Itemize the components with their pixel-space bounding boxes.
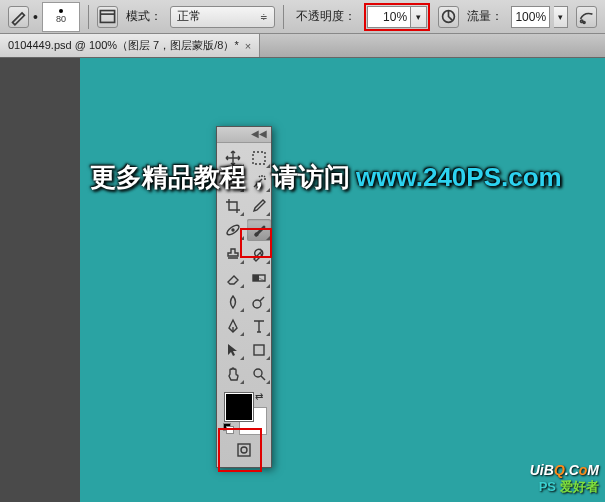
svg-point-6 <box>232 229 234 231</box>
airbrush-toggle[interactable] <box>576 6 597 28</box>
crop-tool[interactable] <box>221 195 245 217</box>
dodge-tool[interactable] <box>247 291 271 313</box>
tools-panel-header[interactable]: ◀◀ <box>217 127 271 143</box>
flow-input[interactable]: 100% <box>511 6 550 28</box>
svg-point-11 <box>254 369 262 377</box>
separator <box>88 5 89 29</box>
history-brush-tool[interactable] <box>247 243 271 265</box>
opacity-label: 不透明度： <box>296 8 356 25</box>
opacity-control-highlight: 10% ▾ <box>364 3 430 31</box>
swap-colors-icon[interactable]: ⇄ <box>255 391 263 402</box>
eyedropper-tool[interactable] <box>247 195 271 217</box>
workspace-area <box>0 58 605 502</box>
tool-preset-picker[interactable] <box>8 6 29 28</box>
flow-value: 100% <box>515 10 546 24</box>
opacity-dropdown-arrow[interactable]: ▾ <box>411 6 427 28</box>
mode-label: 模式： <box>126 8 162 25</box>
collapse-icon[interactable]: ◀◀ <box>251 128 267 139</box>
type-tool[interactable] <box>247 315 271 337</box>
default-colors-icon[interactable] <box>223 423 233 433</box>
close-tab-icon[interactable]: × <box>245 40 251 52</box>
document-tab-title: 0104449.psd @ 100%（图层 7，图层蒙版/8）* <box>8 38 239 53</box>
shape-tool[interactable] <box>247 339 271 361</box>
opacity-input[interactable]: 10% <box>367 6 411 28</box>
pressure-opacity-toggle[interactable] <box>438 6 459 28</box>
corner-watermark: PS爱好者 <box>539 478 599 496</box>
corner-wm-ps: PS <box>539 479 556 494</box>
eraser-tool[interactable] <box>221 267 245 289</box>
svg-rect-10 <box>254 345 264 355</box>
separator <box>283 5 284 29</box>
brush-size-value: 80 <box>56 15 66 24</box>
pen-tool[interactable] <box>221 315 245 337</box>
flow-label: 流量： <box>467 8 503 25</box>
corner-wm-cn: 爱好者 <box>560 479 599 494</box>
svg-rect-8 <box>253 275 259 281</box>
svg-point-3 <box>583 21 585 23</box>
watermark-url: www.240PS.com <box>356 162 562 193</box>
opacity-value: 10% <box>383 10 407 24</box>
canvas[interactable] <box>80 58 605 502</box>
foreground-color-swatch[interactable] <box>225 393 253 421</box>
document-tab[interactable]: 0104449.psd @ 100%（图层 7，图层蒙版/8）* × <box>0 34 260 57</box>
corner-watermark-site: UiBQ.CoM <box>530 462 599 478</box>
dot-icon: • <box>33 9 38 25</box>
blend-mode-value: 正常 <box>177 8 201 25</box>
quick-mask-toggle[interactable] <box>232 439 256 461</box>
healing-brush-tool[interactable] <box>221 219 245 241</box>
svg-rect-0 <box>100 11 114 23</box>
svg-point-9 <box>253 300 261 308</box>
flow-dropdown-arrow[interactable]: ▾ <box>554 6 568 28</box>
svg-point-13 <box>241 447 247 453</box>
watermark-text: 更多精品教程，请访问 www.240PS.com <box>90 160 562 195</box>
clone-stamp-tool[interactable] <box>221 243 245 265</box>
brush-tool[interactable] <box>247 219 271 241</box>
watermark-prefix: 更多精品教程，请访问 <box>90 160 350 195</box>
brush-panel-toggle[interactable] <box>97 6 118 28</box>
chevron-updown-icon: ≑ <box>260 12 268 22</box>
gradient-tool[interactable] <box>247 267 271 289</box>
blur-tool[interactable] <box>221 291 245 313</box>
hand-tool[interactable] <box>221 363 245 385</box>
path-selection-tool[interactable] <box>221 339 245 361</box>
options-bar: • 80 模式： 正常 ≑ 不透明度： 10% ▾ 流量： 100% ▾ <box>0 0 605 34</box>
zoom-tool[interactable] <box>247 363 271 385</box>
color-swatches: ⇄ <box>217 389 271 437</box>
svg-rect-12 <box>238 444 250 456</box>
blend-mode-dropdown[interactable]: 正常 ≑ <box>170 6 275 28</box>
document-tab-bar: 0104449.psd @ 100%（图层 7，图层蒙版/8）* × <box>0 34 605 58</box>
brush-preset-picker[interactable]: 80 <box>42 2 80 32</box>
